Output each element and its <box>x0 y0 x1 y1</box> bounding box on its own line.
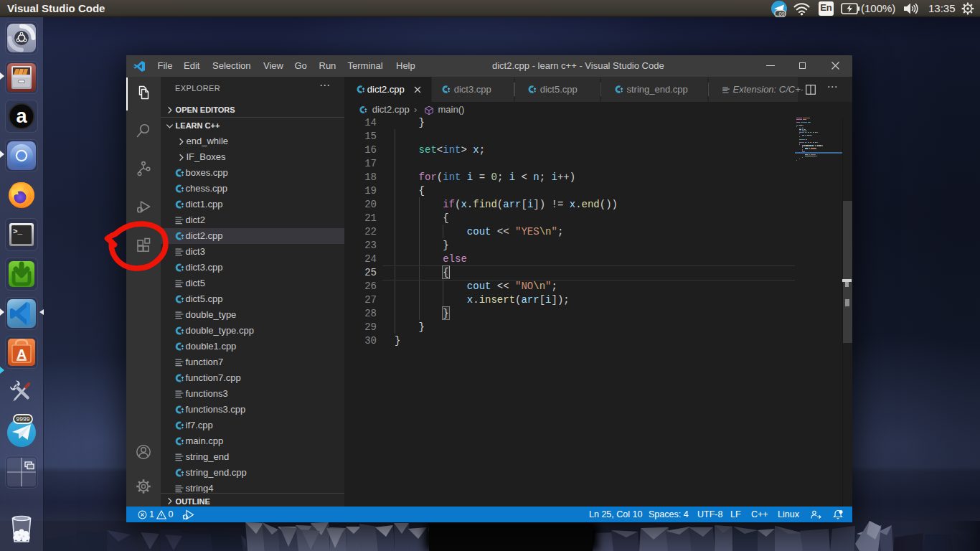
svg-text:a: a <box>16 105 27 127</box>
svg-text:9999: 9999 <box>17 415 30 423</box>
svg-text:..09: ..09 <box>776 11 785 17</box>
svg-text:>_: >_ <box>13 227 23 236</box>
